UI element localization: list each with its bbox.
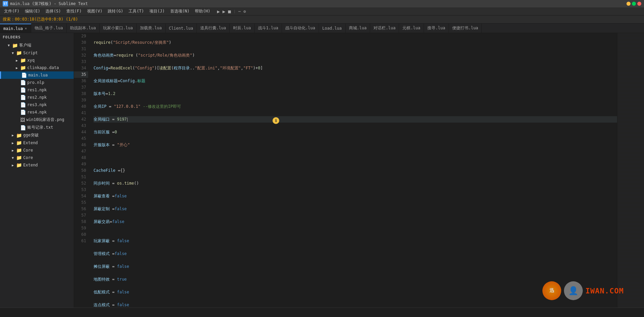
tab-player-window[interactable]: 玩家小窗口.lua (100, 24, 137, 33)
menu-view[interactable]: 视图(V) (84, 8, 105, 15)
tab-battle-auto[interactable]: 战斗自动化.lua (282, 24, 319, 33)
close-button[interactable] (637, 2, 641, 6)
tab-label-loader: 加载类.lua (140, 25, 162, 31)
settings-button[interactable]: ⚙ (243, 9, 246, 14)
line-46: 玩家屏蔽 = false (94, 238, 617, 244)
play-button[interactable]: ▶ (217, 9, 220, 14)
tab-close-main[interactable]: × (24, 26, 28, 31)
sidebar-item-account[interactable]: ▶ 📄 账号记录.txt (0, 124, 74, 131)
searchbar: 搜索：00:03:18(已选中0:0:0) (1/8) (0, 15, 644, 24)
file-icon-pro: 📄 (20, 80, 26, 85)
menubar: 文件(F) 编辑(E) 选择(S) 查找(F) 视图(V) 跳转(G) 工具(T… (0, 7, 644, 15)
menu-prefs[interactable]: 首选项(N) (168, 8, 192, 15)
tab-time[interactable]: 时辰.lua (230, 24, 255, 33)
bottom-pane (0, 308, 644, 317)
tab-main-lua[interactable]: main.lua × (0, 24, 31, 33)
sidebar-item-gge[interactable]: ▶ 📁 gge突破 (0, 131, 74, 139)
menu-project[interactable]: 项目(J) (147, 8, 168, 15)
folder-label-core2: Core (23, 155, 72, 160)
file-icon-main: 📄 (21, 72, 27, 78)
menu-tools[interactable]: 工具(T) (126, 8, 147, 15)
menu-goto[interactable]: 跳转(G) (105, 8, 126, 15)
sidebar-item-client[interactable]: ▼ 📁 客户端 (0, 41, 74, 49)
arrow-clinkapp: ▶ (15, 66, 19, 70)
sidebar-item-core1[interactable]: ▶ 📁 Core (0, 147, 74, 154)
sidebar-item-res4[interactable]: ▶ 📄 res4.npk (0, 108, 74, 116)
file-label-pro: pro.nlp (27, 80, 72, 85)
line-36: 当前区服 =0 (94, 129, 617, 135)
file-label-res1: res1.npk (27, 88, 72, 92)
code-editor[interactable]: 2930313233 3435363738 3940414243 4445464… (74, 33, 617, 308)
arrow-xyq: ▶ (15, 59, 19, 62)
sidebar-item-clinkapp[interactable]: ▶ 📁 clinkapp.data (0, 64, 74, 71)
arrow-client: ▼ (7, 43, 11, 47)
line-37: 开服版本 = "开心" (94, 142, 617, 148)
sidebar-item-script[interactable]: ▼ 📁 Script (0, 49, 74, 57)
folder-icon-core2: 📁 (16, 155, 22, 160)
tab-label-main: main.lua (3, 26, 23, 31)
sidebar-item-win10[interactable]: ▶ 🖼 win10玩家语音.png (0, 116, 74, 124)
sidebar-item-main-lua[interactable]: ▶ 📄 main.lua (0, 71, 74, 79)
tab-quickbook[interactable]: 便捷打书.lua (449, 24, 482, 33)
arrow-extend1: ▶ (11, 141, 15, 145)
sidebar-item-res1[interactable]: ▶ 📄 res1.npk (0, 86, 74, 94)
line-43: 屏蔽定制 =false (94, 206, 617, 212)
title-controls[interactable] (627, 2, 641, 6)
maximize-button[interactable] (632, 2, 636, 6)
tab-label-yuanqi: 元棋.lua (402, 25, 420, 31)
tab-items-bag[interactable]: 道具行囊.lua (197, 24, 230, 33)
folder-label-core1: Core (23, 148, 72, 153)
folder-icon-client: 📁 (12, 43, 18, 48)
file-icon-res1: 📄 (20, 87, 26, 93)
sidebar-item-pro[interactable]: ▶ 📄 pro.nlp (0, 79, 74, 86)
minimap-panel (617, 33, 644, 308)
folder-icon-extend1: 📁 (16, 140, 22, 146)
tab-shop[interactable]: 商城.lua (346, 24, 370, 33)
separator1: | (234, 9, 236, 13)
tab-assist-copy[interactable]: 助战副本.lua (67, 24, 100, 33)
tab-client[interactable]: Client.lua (166, 24, 197, 33)
sidebar-item-xyq[interactable]: ▶ 📁 xyq (0, 57, 74, 64)
code-lines[interactable]: require("Script/Resource/坐骑库") 角色动画类=req… (91, 33, 617, 308)
stop-button[interactable]: ■ (228, 9, 231, 14)
folder-label-client: 客户端 (19, 42, 72, 48)
tab-load[interactable]: Load.lua (319, 24, 346, 33)
file-icon-account: 📄 (20, 125, 26, 130)
tab-yuanqi[interactable]: 元棋.lua (399, 24, 424, 33)
sidebar-item-res3[interactable]: ▶ 📄 res3.npk (0, 101, 74, 108)
tab-loader[interactable]: 加载类.lua (137, 24, 166, 33)
file-icon-res4: 📄 (20, 109, 26, 115)
play2-button[interactable]: ▶ (222, 9, 225, 14)
more-button[interactable]: ⋯ (238, 9, 241, 14)
line-48: 摊位屏蔽 = false (94, 263, 617, 270)
line-34: 全局IP = "127.0.0.1" --修改这里的IP即可 (94, 103, 617, 110)
menu-find[interactable]: 查找(F) (64, 8, 84, 15)
menu-help[interactable]: 帮助(H) (192, 8, 213, 15)
minimize-button[interactable] (627, 2, 631, 6)
menu-file[interactable]: 文件(F) (1, 8, 22, 15)
tab-label-time: 时辰.lua (233, 25, 251, 31)
line-50: 低配模式 = false (94, 289, 617, 295)
menu-select[interactable]: 选择(S) (43, 8, 64, 15)
file-label-res4: res4.npk (27, 110, 72, 115)
folder-label-xyq: xyq (27, 58, 72, 63)
tab-label-assist: 助战副本.lua (70, 25, 96, 31)
file-icon-res3: 📄 (20, 102, 26, 107)
tab-dialog[interactable]: 对话栏.lua (370, 24, 399, 33)
menu-edit[interactable]: 编辑(E) (22, 8, 43, 15)
line-49: 地图特效 = true (94, 276, 617, 283)
tab-search[interactable]: 搜寻.lua (424, 24, 449, 33)
tab-battle1[interactable]: 战斗1.lua (255, 24, 282, 33)
code-area: 2930313233 3435363738 3940414243 4445464… (74, 33, 617, 308)
sidebar-item-extend2[interactable]: ▶ 📁 Extend (0, 161, 74, 169)
line-47: 管理模式 =false (94, 251, 617, 257)
arrow-gge: ▶ (11, 133, 15, 137)
folder-label-gge: gge突破 (23, 132, 72, 138)
line-35: 全局端口 = 9197 (94, 116, 617, 123)
sidebar-item-core2[interactable]: ▼ 📁 Core (0, 154, 74, 161)
sidebar-item-extend1[interactable]: ▶ 📁 Extend (0, 139, 74, 147)
tabbar[interactable]: main.lua × 物品_格子.lua 助战副本.lua 玩家小窗口.lua … (0, 24, 644, 33)
file-label-res3: res3.npk (27, 102, 72, 107)
sidebar-item-res2[interactable]: ▶ 📄 res2.npk (0, 94, 74, 101)
tab-items-grid[interactable]: 物品_格子.lua (31, 24, 67, 33)
